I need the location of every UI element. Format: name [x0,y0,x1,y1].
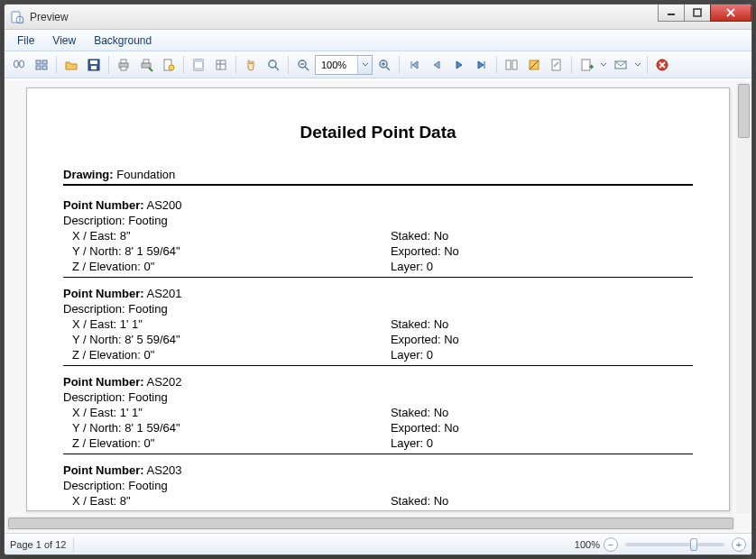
drawing-value: Foundation [116,168,175,181]
save-icon[interactable] [83,54,105,76]
svg-line-29 [305,67,309,70]
next-page-icon[interactable] [448,54,470,76]
drawing-label: Drawing: [63,168,114,181]
zoom-value: 100% [316,60,357,70]
slider-knob[interactable] [690,538,697,551]
svg-line-26 [275,67,279,70]
point-block: Point Number: AS200 Description: Footing… [63,198,693,278]
toolbar-separator [108,56,109,74]
zoom-minus-button[interactable]: − [604,537,618,552]
svg-rect-35 [512,60,517,69]
multipage-icon[interactable] [501,54,522,76]
rule-thin [63,277,693,278]
drawing-line: Drawing: Foundation [63,168,693,181]
toolbar-separator [496,56,497,74]
scroll-thumb[interactable] [738,84,750,138]
svg-rect-17 [142,63,151,68]
svg-rect-23 [194,68,203,70]
app-icon [10,10,24,24]
svg-rect-12 [90,60,97,64]
svg-rect-0 [12,12,20,23]
rule-thin [63,365,693,366]
export-icon[interactable] [576,54,597,76]
point-block: Point Number: AS201 Description: Footing… [63,287,693,366]
status-separator [73,537,74,552]
menubar: File View Background [5,30,751,51]
svg-point-5 [14,60,19,68]
exit-icon[interactable] [651,54,673,76]
chevron-down-icon[interactable] [357,56,372,74]
svg-rect-15 [121,60,126,63]
point-block: Point Number: AS203 Description: Footing… [63,463,693,511]
zoom-slider[interactable] [625,543,724,546]
status-zoom: 100% [575,539,600,550]
toolbar-separator [288,56,289,74]
svg-rect-4 [694,9,701,16]
titlebar: Preview [5,5,751,30]
document-viewport: Detailed Point Data Drawing: Foundation … [5,80,751,533]
toolbar-separator [571,56,572,74]
preview-window: Preview File View Background 100% [4,4,752,555]
page-counter: Page 1 of 12 [10,539,66,550]
page-canvas: Detailed Point Data Drawing: Foundation … [26,87,730,511]
first-page-icon[interactable] [403,54,425,76]
toolbar: 100% [5,51,751,78]
menu-background[interactable]: Background [87,32,159,49]
menu-view[interactable]: View [45,32,83,49]
svg-rect-7 [36,60,41,64]
menu-file[interactable]: File [10,32,41,49]
color-icon[interactable] [523,54,545,76]
minimize-button[interactable] [658,4,685,22]
scale-icon[interactable] [210,54,232,76]
print-icon[interactable] [113,54,134,76]
page-setup-icon[interactable] [158,54,180,76]
header-footer-icon[interactable] [188,54,209,76]
toolbar-separator [399,56,400,74]
toolbar-separator [647,56,648,74]
toolbar-separator [235,56,236,74]
svg-rect-16 [121,67,126,70]
scroll-thumb[interactable] [8,518,733,529]
hand-tool-icon[interactable] [240,54,262,76]
document-content: Detailed Point Data Drawing: Foundation … [27,88,729,511]
svg-rect-13 [91,66,97,69]
horizontal-scrollbar[interactable] [6,516,735,531]
toolbar-separator [183,56,184,74]
report-title: Detailed Point Data [63,123,693,142]
window-controls [658,5,751,22]
window-title: Preview [30,11,69,23]
prev-page-icon[interactable] [426,54,447,76]
svg-point-6 [20,60,24,68]
rule-heavy [63,184,693,186]
zoom-combo[interactable]: 100% [315,55,373,75]
zoom-in-icon[interactable] [373,54,395,76]
statusbar: Page 1 of 12 100% − + [5,533,751,554]
last-page-icon[interactable] [471,54,493,76]
rule-thin [63,454,693,454]
quick-print-icon[interactable] [135,54,157,76]
watermark-icon[interactable] [546,54,567,76]
svg-rect-8 [42,60,47,64]
thumbnails-icon[interactable] [31,54,52,76]
magnifier-icon[interactable] [263,54,284,76]
find-icon[interactable] [8,54,30,76]
close-button[interactable] [710,4,751,22]
svg-rect-18 [143,60,149,63]
vertical-scrollbar[interactable] [736,82,751,513]
export-menu-icon[interactable] [598,54,609,76]
svg-rect-22 [194,60,203,62]
svg-rect-9 [36,66,41,69]
open-icon[interactable] [60,54,82,76]
email-menu-icon[interactable] [632,54,643,76]
svg-point-25 [269,60,276,68]
zoom-out-icon[interactable] [292,54,314,76]
svg-rect-10 [42,66,47,69]
svg-rect-24 [217,60,226,69]
svg-line-33 [386,67,390,70]
svg-point-20 [169,65,174,70]
email-icon[interactable] [610,54,632,76]
toolbar-separator [56,56,57,74]
svg-rect-34 [506,60,511,69]
maximize-button[interactable] [684,4,711,22]
zoom-plus-button[interactable]: + [732,537,746,552]
